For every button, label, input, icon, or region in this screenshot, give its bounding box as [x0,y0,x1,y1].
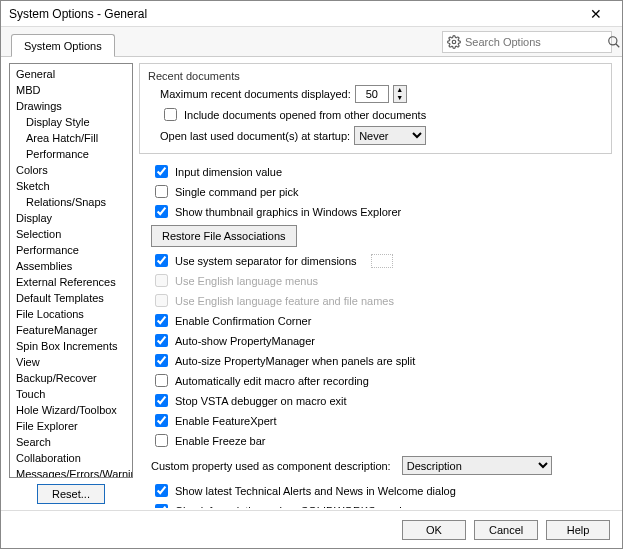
recent-docs-label: Recent documents [148,70,603,82]
window-title: System Options - General [9,7,578,21]
nav-item[interactable]: Sketch [10,178,132,194]
nav-item[interactable]: Display Style [10,114,132,130]
spinner-icon[interactable]: ▲▼ [393,85,407,103]
eng-files-checkbox [155,294,168,307]
cust-prop-label: Custom property used as component descri… [151,458,391,474]
tech-alerts-checkbox[interactable] [155,484,168,497]
restore-assoc-button[interactable]: Restore File Associations [151,225,297,247]
nav-item[interactable]: Hole Wizard/Toolbox [10,402,132,418]
nav-item[interactable]: MBD [10,82,132,98]
eng-menu-label: Use English language menus [175,273,318,289]
nav-item[interactable]: Assemblies [10,258,132,274]
nav-item[interactable]: Default Templates [10,290,132,306]
thumbs-label: Show thumbnail graphics in Windows Explo… [175,204,401,220]
max-recent-input[interactable] [355,85,389,103]
nav-item[interactable]: FeatureManager [10,322,132,338]
nav-item[interactable]: Backup/Recover [10,370,132,386]
nav-item[interactable]: Collaboration [10,450,132,466]
svg-line-2 [616,44,620,48]
titlebar: System Options - General ✕ [1,1,622,27]
stop-vsta-label: Stop VSTA debugger on macro exit [175,393,347,409]
eng-files-label: Use English language feature and file na… [175,293,394,309]
body: GeneralMBDDrawingsDisplay StyleArea Hatc… [1,57,622,510]
nav-item[interactable]: Area Hatch/Fill [10,130,132,146]
footer: OK Cancel Help [1,510,622,548]
nav-item[interactable]: Performance [10,146,132,162]
ok-button[interactable]: OK [402,520,466,540]
nav-item[interactable]: Selection [10,226,132,242]
nav-item[interactable]: Spin Box Increments [10,338,132,354]
toolbar: System Options [1,27,622,57]
featurexpert-checkbox[interactable] [155,414,168,427]
nav-column: GeneralMBDDrawingsDisplay StyleArea Hatc… [9,63,133,508]
tech-alerts-label: Show latest Technical Alerts and News in… [175,483,456,499]
autosize-pm-checkbox[interactable] [155,354,168,367]
nav-item[interactable]: File Explorer [10,418,132,434]
category-list[interactable]: GeneralMBDDrawingsDisplay StyleArea Hatc… [9,63,133,478]
check-solutions-label: Check for solutions when SOLIDWORKS cras… [175,503,417,509]
include-docs-checkbox[interactable] [164,108,177,121]
input-dim-label: Input dimension value [175,164,282,180]
nav-item[interactable]: Touch [10,386,132,402]
nav-item[interactable]: General [10,66,132,82]
nav-item[interactable]: Search [10,434,132,450]
featurexpert-label: Enable FeatureXpert [175,413,277,429]
nav-item[interactable]: View [10,354,132,370]
nav-item[interactable]: External References [10,274,132,290]
include-docs-label: Include documents opened from other docu… [184,107,426,123]
max-recent-label: Maximum recent documents displayed: [160,86,351,102]
general-options: Input dimension value Single command per… [139,162,612,508]
conf-corner-checkbox[interactable] [155,314,168,327]
nav-item[interactable]: Colors [10,162,132,178]
nav-item[interactable]: Messages/Errors/Warnings [10,466,132,478]
svg-point-1 [609,37,617,45]
search-wrap [442,31,612,53]
cancel-button[interactable]: Cancel [474,520,538,540]
eng-menu-checkbox [155,274,168,287]
single-cmd-checkbox[interactable] [155,185,168,198]
sys-sep-checkbox[interactable] [155,254,168,267]
cust-prop-select[interactable]: Description [402,456,552,475]
sys-sep-label: Use system separator for dimensions [175,253,357,269]
svg-point-0 [452,40,456,44]
nav-item[interactable]: Drawings [10,98,132,114]
nav-item[interactable]: Display [10,210,132,226]
search-icon[interactable] [607,35,621,49]
help-button[interactable]: Help [546,520,610,540]
startup-select[interactable]: Never [354,126,426,145]
freeze-label: Enable Freeze bar [175,433,266,449]
tab-system-options[interactable]: System Options [11,34,115,57]
search-input[interactable] [461,32,607,52]
single-cmd-label: Single command per pick [175,184,299,200]
gear-icon[interactable] [447,35,461,49]
conf-corner-label: Enable Confirmation Corner [175,313,311,329]
freeze-checkbox[interactable] [155,434,168,447]
content-pane: Recent documents Maximum recent document… [139,63,614,508]
nav-item[interactable]: File Locations [10,306,132,322]
thumbs-checkbox[interactable] [155,205,168,218]
separator-sample [371,254,393,268]
auto-edit-macro-label: Automatically edit macro after recording [175,373,369,389]
startup-label: Open last used document(s) at startup: [160,128,350,144]
reset-button[interactable]: Reset... [37,484,105,504]
input-dim-checkbox[interactable] [155,165,168,178]
auto-edit-macro-checkbox[interactable] [155,374,168,387]
nav-item[interactable]: Performance [10,242,132,258]
close-icon[interactable]: ✕ [578,4,614,24]
nav-item[interactable]: Relations/Snaps [10,194,132,210]
autoshow-pm-label: Auto-show PropertyManager [175,333,315,349]
autoshow-pm-checkbox[interactable] [155,334,168,347]
stop-vsta-checkbox[interactable] [155,394,168,407]
autosize-pm-label: Auto-size PropertyManager when panels ar… [175,353,415,369]
check-solutions-checkbox[interactable] [155,504,168,508]
dialog-window: System Options - General ✕ System Option… [0,0,623,549]
recent-docs-group: Recent documents Maximum recent document… [139,63,612,154]
